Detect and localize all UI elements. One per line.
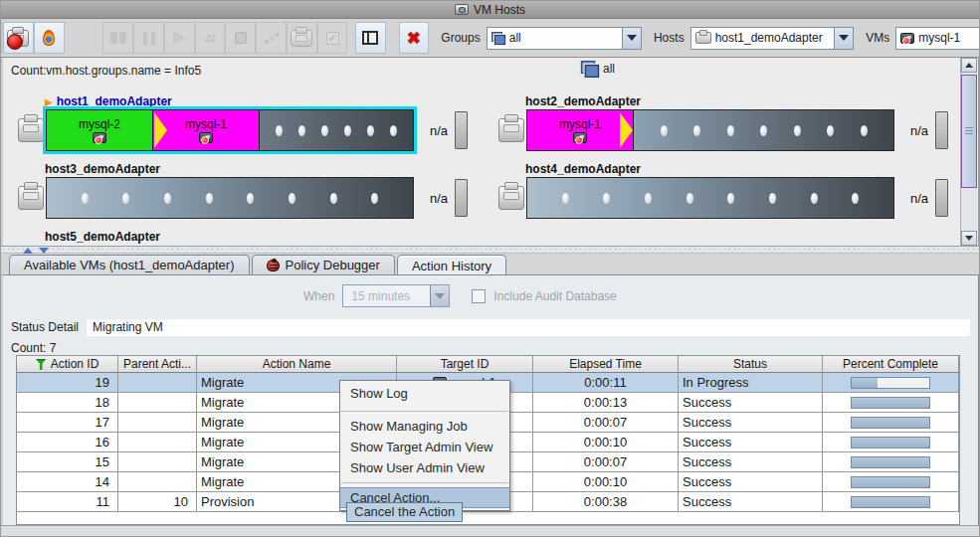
cell-action-id: 17 xyxy=(17,413,118,433)
column-header-3[interactable]: Target ID xyxy=(397,356,533,373)
cell-action-id: 16 xyxy=(17,433,118,452)
vms-combo[interactable]: mysql-1 xyxy=(895,27,979,50)
cell-percent-complete xyxy=(823,472,959,492)
host-panel[interactable]: ▶host1_demoAdaptermysql-2mysql-1n/a xyxy=(18,94,478,151)
host-capacity-bar[interactable]: mysql-1 xyxy=(526,109,894,151)
host-capacity-bar[interactable] xyxy=(526,177,894,219)
scroll-down-arrow-icon[interactable] xyxy=(961,231,977,246)
slot-dot-icon xyxy=(82,193,89,204)
cell-elapsed-time: 0:00:10 xyxy=(533,472,679,492)
filter-row: Count:vm.host.groups.name = Info5 all xyxy=(3,58,978,84)
split-pane-divider[interactable] xyxy=(1,246,979,254)
menu-item-show-user-admin-view[interactable]: Show User Admin View xyxy=(340,457,509,478)
group-badge-label: all xyxy=(603,62,615,76)
vm-block[interactable]: mysql-1 xyxy=(527,110,634,150)
cell-parent-action xyxy=(118,413,197,433)
progress-fill xyxy=(852,457,929,467)
tab-policy-debugger[interactable]: Policy Debugger xyxy=(252,255,395,274)
when-combo[interactable]: 15 minutes xyxy=(342,284,450,307)
progress-bar xyxy=(851,417,930,429)
column-header-0[interactable]: Action ID xyxy=(17,356,118,373)
scroll-up-arrow-icon[interactable] xyxy=(961,58,977,73)
provision-host-button[interactable] xyxy=(287,22,317,54)
cell-percent-complete xyxy=(823,452,959,472)
menu-item-show-log[interactable]: Show Log xyxy=(340,383,509,404)
slot-dot-icon xyxy=(645,193,652,204)
approve-button[interactable]: ✔ xyxy=(317,22,348,54)
menu-separator xyxy=(341,482,508,483)
pause-button[interactable] xyxy=(133,22,164,54)
dropdown-arrow-icon[interactable] xyxy=(430,285,449,306)
host-panel[interactable]: host3_demoAdaptern/a xyxy=(18,162,478,219)
binoculars-icon xyxy=(110,32,126,44)
find-button[interactable] xyxy=(102,22,133,54)
slot-dot-icon xyxy=(298,125,305,136)
hosts-vertical-scrollbar[interactable] xyxy=(960,58,977,246)
cell-percent-complete xyxy=(823,393,959,413)
vm-icon xyxy=(93,132,106,143)
close-views-button[interactable]: ✖ xyxy=(399,22,430,54)
host-name: host3_demoAdapter xyxy=(45,162,160,176)
menu-item-show-managing-job[interactable]: Show Managing Job xyxy=(340,416,509,437)
cell-status: Success xyxy=(679,472,823,492)
progress-fill xyxy=(852,438,929,448)
red-record-icon xyxy=(7,34,23,50)
column-header-6[interactable]: Percent Complete xyxy=(823,356,959,373)
host-panel[interactable]: host5_demoAdapter xyxy=(18,230,478,245)
slot-dot-icon xyxy=(811,193,818,204)
play-icon xyxy=(173,31,185,45)
cell-elapsed-time: 0:00:10 xyxy=(533,433,679,452)
migrate-button[interactable] xyxy=(256,22,287,54)
include-audit-checkbox[interactable] xyxy=(472,289,486,303)
check-icon: ✔ xyxy=(326,32,339,45)
cell-action-id: 14 xyxy=(17,472,118,492)
vm-block[interactable]: mysql-1 xyxy=(153,110,260,150)
host-label: host3_demoAdapter xyxy=(45,162,478,176)
empty-slots xyxy=(260,110,413,150)
host-icon xyxy=(695,32,711,44)
cell-percent-complete xyxy=(823,373,959,393)
hosts-combo[interactable]: host1_demoAdapter xyxy=(690,27,855,50)
column-header-2[interactable]: Action Name xyxy=(197,356,397,373)
cell-status: Success xyxy=(679,413,823,433)
table-view-button[interactable] xyxy=(355,22,386,54)
power-off-host-button[interactable] xyxy=(3,22,34,54)
column-header-5[interactable]: Status xyxy=(679,356,823,373)
tab-action-history[interactable]: Action History xyxy=(397,255,506,275)
na-label: n/a xyxy=(902,123,928,138)
vm-hosts-window: VM Hosts zz ✔ ✖ Groups all Hosts xyxy=(0,0,980,537)
tab-available-vms-host1-demoadapter[interactable]: Available VMs (host1_demoAdapter) xyxy=(9,255,250,274)
run-button[interactable] xyxy=(164,22,195,54)
vm-name: mysql-1 xyxy=(559,118,601,131)
dropdown-arrow-icon[interactable] xyxy=(622,28,641,49)
cell-elapsed-time: 0:00:11 xyxy=(533,373,679,393)
expand-down-icon[interactable] xyxy=(39,248,49,254)
when-combo-value: 15 minutes xyxy=(347,289,416,303)
expand-up-icon[interactable] xyxy=(23,248,33,254)
host-capacity-bar[interactable]: mysql-2mysql-1 xyxy=(46,109,414,151)
host-label: host2_demoAdapter xyxy=(525,94,958,108)
menu-item-show-target-admin-view[interactable]: Show Target Admin View xyxy=(340,437,509,457)
menu-item-label: Show Target Admin View xyxy=(350,440,492,454)
cell-parent-action xyxy=(118,452,197,472)
groups-combo[interactable]: all xyxy=(487,27,642,50)
column-header-4[interactable]: Elapsed Time xyxy=(533,356,679,373)
empty-slots xyxy=(47,178,413,218)
host-panel[interactable]: host2_demoAdaptermysql-1n/a xyxy=(498,94,958,151)
scrollbar-thumb[interactable] xyxy=(961,75,977,188)
sleep-button[interactable]: zz xyxy=(195,22,226,54)
hosts-label: Hosts xyxy=(654,31,685,45)
host-panel[interactable]: host4_demoAdaptern/a xyxy=(498,162,958,219)
column-header-label: Target ID xyxy=(441,357,490,371)
tooltip: Cancel the Action xyxy=(346,502,463,522)
slot-dot-icon xyxy=(164,193,171,204)
stop-button[interactable] xyxy=(225,22,256,54)
dropdown-arrow-icon[interactable] xyxy=(834,28,853,49)
column-header-1[interactable]: Parent Acti... xyxy=(118,356,197,373)
vm-block[interactable]: mysql-2 xyxy=(47,110,153,150)
host-capacity-bar[interactable] xyxy=(46,177,414,219)
slot-dot-icon xyxy=(321,125,328,136)
flame-button[interactable] xyxy=(34,22,65,54)
progress-bar xyxy=(851,437,930,448)
flame-icon xyxy=(43,30,55,46)
